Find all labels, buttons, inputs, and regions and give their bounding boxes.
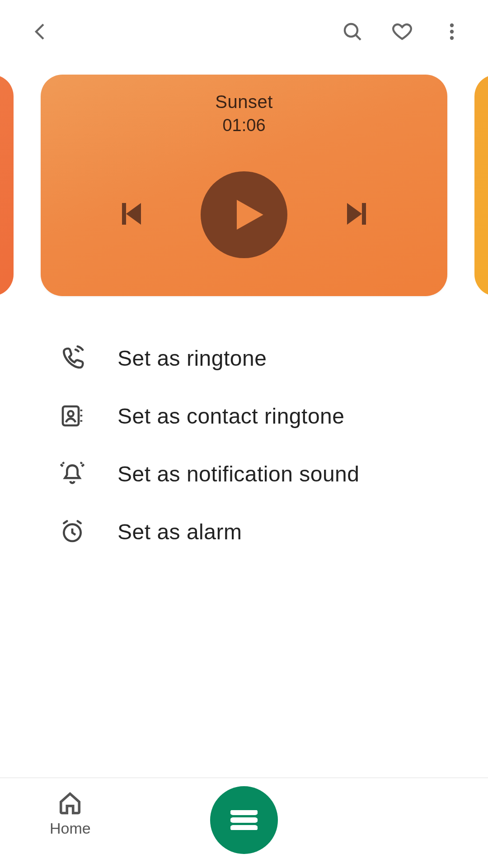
play-icon [227,195,267,235]
alarm-clock-icon [60,519,85,544]
svg-line-1 [356,35,361,40]
option-label: Set as notification sound [117,462,360,486]
next-track-button[interactable] [342,194,374,236]
home-icon [58,791,82,815]
svg-point-2 [450,24,454,27]
more-button[interactable] [438,18,465,45]
svg-line-10 [61,464,63,467]
option-set-ringtone[interactable]: Set as ringtone [59,329,434,387]
svg-line-11 [63,462,64,464]
search-button[interactable] [339,18,366,45]
play-button[interactable] [201,171,287,258]
favorite-button[interactable] [389,18,416,45]
option-label: Set as contact ringtone [117,404,344,429]
option-set-contact-ringtone[interactable]: Set as contact ringtone [59,387,434,445]
option-set-notification[interactable]: Set as notification sound [59,445,434,503]
bell-ring-icon [60,461,85,486]
playback-controls [114,171,374,258]
hamburger-icon [230,810,258,830]
svg-line-13 [81,462,82,464]
contact-card-icon [60,403,85,429]
next-card-peek[interactable] [474,75,488,296]
svg-point-4 [450,36,454,40]
player-card: Sunset 01:06 [41,75,447,296]
option-label: Set as ringtone [117,346,267,371]
nav-home[interactable]: Home [50,791,91,837]
nav-home-label: Home [50,820,91,837]
heart-icon [391,21,413,42]
previous-track-button[interactable] [114,194,146,236]
more-vertical-icon [441,21,463,42]
phone-ring-icon [60,345,85,371]
svg-point-3 [450,30,454,33]
option-set-alarm[interactable]: Set as alarm [59,503,434,561]
player-carousel: Sunset 01:06 [0,72,488,298]
bottom-nav: Home [0,778,488,868]
svg-point-6 [68,411,73,416]
chevron-left-icon [30,21,52,42]
track-duration: 01:06 [222,116,265,135]
set-as-options: Set as ringtone Set as contact ringtone … [0,329,488,561]
option-label: Set as alarm [117,519,242,544]
svg-point-0 [345,24,357,37]
app-topbar [0,0,488,54]
svg-line-12 [82,464,84,467]
menu-fab[interactable] [210,786,278,854]
skip-previous-icon [114,194,146,234]
search-icon [342,21,363,42]
track-title: Sunset [215,92,273,112]
skip-next-icon [342,194,374,234]
prev-card-peek[interactable] [0,75,14,296]
back-button[interactable] [27,18,54,45]
